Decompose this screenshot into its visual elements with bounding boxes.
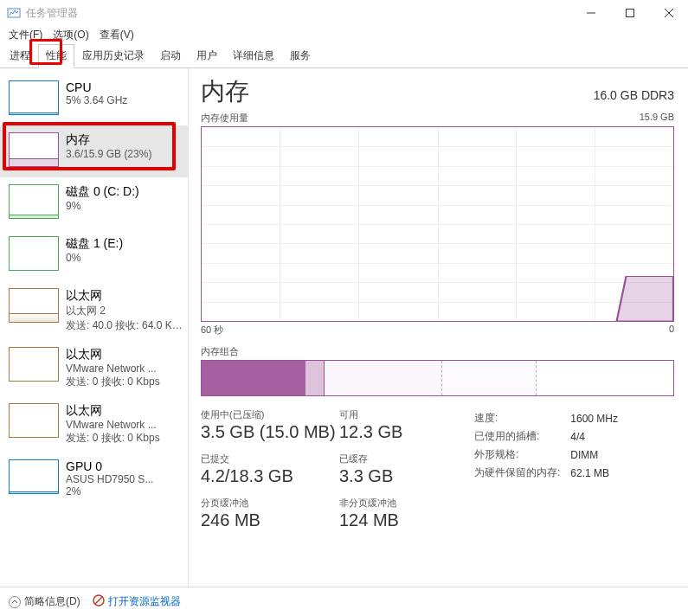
sidebar-item-sub: ASUS HD7950 S... <box>66 473 183 485</box>
menu-file[interactable]: 文件(F) <box>3 26 48 44</box>
spec-slots: 已使用的插槽:4/4 <box>474 428 627 445</box>
sidebar-item-label: 以太网 <box>66 347 183 363</box>
sidebar-item-label: 磁盘 1 (E:) <box>66 236 183 252</box>
sidebar-item-sub: 以太网 2 <box>66 304 183 318</box>
sidebar-item-sub: 0% <box>66 252 183 264</box>
sidebar-item-label: 磁盘 0 (C: D:) <box>66 184 183 200</box>
tab-performance[interactable]: 性能 <box>38 44 74 68</box>
chevron-up-icon <box>9 596 21 608</box>
sidebar-item-label: 以太网 <box>66 403 183 419</box>
sidebar-item-sub: VMware Network ... <box>66 363 183 375</box>
sidebar-item-label: CPU <box>66 80 183 94</box>
minimize-button[interactable] <box>571 0 610 26</box>
sidebar-item-sub: 3.6/15.9 GB (23%) <box>66 148 183 160</box>
ethernet-thumb <box>9 403 59 438</box>
disk-thumb <box>9 236 59 271</box>
sidebar-item-label: GPU 0 <box>66 459 183 473</box>
open-resource-monitor-link[interactable]: 打开资源监视器 <box>93 594 181 609</box>
sidebar-item-disk1[interactable]: 磁盘 1 (E:) 0% <box>0 229 188 281</box>
spec-hw-reserved: 为硬件保留的内存:62.1 MB <box>474 465 627 481</box>
stat-committed: 已提交 4.2/18.3 GB <box>201 452 339 486</box>
cpu-thumb <box>9 80 59 115</box>
composition-label: 内存组合 <box>201 345 674 358</box>
memory-capacity: 16.0 GB DDR3 <box>594 88 674 102</box>
tab-startup[interactable]: 启动 <box>152 44 189 68</box>
stat-cached: 已缓存 3.3 GB <box>339 452 452 486</box>
menu-view[interactable]: 查看(V) <box>94 26 139 44</box>
stats-area: 使用中(已压缩) 3.5 GB (15.0 MB) 可用 12.3 GB 已提交… <box>201 408 674 530</box>
content: 内存 16.0 GB DDR3 内存使用量 15.9 GB <box>189 68 688 587</box>
sidebar-item-gpu0[interactable]: GPU 0 ASUS HD7950 S... 2% <box>0 452 188 504</box>
axis-left: 60 秒 <box>201 324 223 337</box>
spec-speed: 速度:1600 MHz <box>474 410 627 427</box>
tab-services[interactable]: 服务 <box>282 44 318 68</box>
memory-composition-chart[interactable] <box>201 360 674 396</box>
sidebar-item-ethernet2[interactable]: 以太网 VMware Network ... 发送: 0 接收: 0 Kbps <box>0 396 188 452</box>
sidebar-item-sub: 5% 3.64 GHz <box>66 94 183 106</box>
memory-usage-chart[interactable] <box>201 126 674 322</box>
titlebar: 任务管理器 <box>0 0 688 26</box>
page-title: 内存 <box>201 75 249 108</box>
gpu-thumb <box>9 459 59 494</box>
sidebar-item-ethernet1[interactable]: 以太网 VMware Network ... 发送: 0 接收: 0 Kbps <box>0 340 188 396</box>
menu-options[interactable]: 选项(O) <box>48 26 93 44</box>
svg-marker-5 <box>617 276 673 321</box>
stat-nonpaged-pool: 非分页缓冲池 124 MB <box>339 497 452 530</box>
sidebar-item-disk0[interactable]: 磁盘 0 (C: D:) 9% <box>0 177 188 229</box>
spec-form-factor: 外形规格:DIMM <box>474 446 627 463</box>
stats-left: 使用中(已压缩) 3.5 GB (15.0 MB) 可用 12.3 GB 已提交… <box>201 408 452 530</box>
close-button[interactable] <box>649 0 688 26</box>
usage-chart-max: 15.9 GB <box>640 112 674 125</box>
sidebar-item-sub2: 2% <box>66 485 183 497</box>
stat-inuse: 使用中(已压缩) 3.5 GB (15.0 MB) <box>201 408 339 442</box>
memory-thumb <box>9 132 59 167</box>
sidebar-item-memory[interactable]: 内存 3.6/15.9 GB (23%) <box>0 125 188 177</box>
sidebar-item-cpu[interactable]: CPU 5% 3.64 GHz <box>0 74 188 125</box>
maximize-button[interactable] <box>610 0 649 26</box>
sidebar-item-label: 内存 <box>66 132 183 148</box>
disk-thumb <box>9 184 59 219</box>
sidebar-item-sub: VMware Network ... <box>66 419 183 431</box>
sidebar-item-sub2: 发送: 0 接收: 0 Kbps <box>66 375 183 389</box>
sidebar-item-ethernet0[interactable]: 以太网 以太网 2 发送: 40.0 接收: 64.0 Kbps <box>0 281 188 340</box>
stats-right: 速度:1600 MHz 已使用的插槽:4/4 外形规格:DIMM 为硬件保留的内… <box>473 408 628 530</box>
svg-rect-2 <box>626 10 633 17</box>
app-icon <box>7 6 21 20</box>
svg-line-7 <box>95 597 102 604</box>
window-title: 任务管理器 <box>26 6 571 21</box>
sidebar-item-sub: 9% <box>66 200 183 212</box>
sidebar: CPU 5% 3.64 GHz 内存 3.6/15.9 GB (23%) 磁盘 … <box>0 68 189 587</box>
brief-info-button[interactable]: 简略信息(D) <box>9 594 80 609</box>
tab-app-history[interactable]: 应用历史记录 <box>74 44 152 68</box>
tabstrip: 进程 性能 应用历史记录 启动 用户 详细信息 服务 <box>0 43 688 68</box>
main-area: CPU 5% 3.64 GHz 内存 3.6/15.9 GB (23%) 磁盘 … <box>0 68 688 587</box>
ethernet-thumb <box>9 288 59 323</box>
sidebar-item-label: 以太网 <box>66 288 183 304</box>
stat-available: 可用 12.3 GB <box>339 408 452 442</box>
stat-paged-pool: 分页缓冲池 246 MB <box>201 497 339 530</box>
sidebar-item-sub2: 发送: 0 接收: 0 Kbps <box>66 431 183 446</box>
statusbar: 简略信息(D) 打开资源监视器 <box>0 587 688 616</box>
resource-monitor-icon <box>93 594 105 609</box>
axis-right: 0 <box>669 324 674 337</box>
ethernet-thumb <box>9 347 59 382</box>
menubar: 文件(F) 选项(O) 查看(V) <box>0 26 688 43</box>
usage-chart-label: 内存使用量 <box>201 112 248 125</box>
tab-processes[interactable]: 进程 <box>2 44 38 68</box>
tab-details[interactable]: 详细信息 <box>225 44 282 68</box>
sidebar-item-sub2: 发送: 40.0 接收: 64.0 Kbps <box>66 318 183 333</box>
tab-users[interactable]: 用户 <box>189 44 225 68</box>
window-controls <box>571 0 688 26</box>
